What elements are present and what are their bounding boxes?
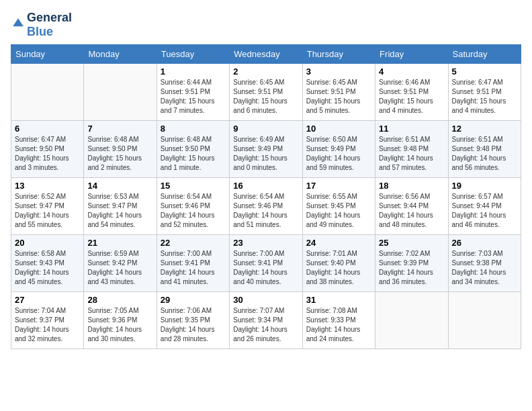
calendar-cell: 31Sunrise: 7:08 AM Sunset: 9:33 PM Dayli… (302, 292, 375, 349)
col-header-friday: Friday (375, 45, 448, 64)
day-number: 21 (87, 238, 152, 248)
day-number: 19 (452, 181, 517, 191)
day-number: 29 (161, 295, 226, 305)
day-number: 9 (233, 124, 298, 134)
calendar-cell: 16Sunrise: 6:54 AM Sunset: 9:46 PM Dayli… (230, 178, 302, 235)
calendar-week-1: 1Sunrise: 6:44 AM Sunset: 9:51 PM Daylig… (11, 64, 521, 121)
logo-icon (12, 17, 24, 30)
day-detail: Sunrise: 6:52 AM Sunset: 9:47 PM Dayligh… (15, 192, 80, 230)
day-detail: Sunrise: 6:55 AM Sunset: 9:45 PM Dayligh… (306, 192, 371, 230)
calendar-cell: 28Sunrise: 7:05 AM Sunset: 9:36 PM Dayli… (84, 292, 157, 349)
page-header: General Blue (11, 11, 521, 39)
calendar-cell (375, 292, 448, 349)
logo-line1: General (27, 11, 72, 25)
day-number: 27 (15, 295, 80, 305)
calendar-cell: 14Sunrise: 6:53 AM Sunset: 9:47 PM Dayli… (84, 178, 157, 235)
day-number: 31 (306, 295, 371, 305)
day-number: 5 (452, 66, 517, 77)
calendar-cell (84, 64, 157, 121)
day-number: 13 (15, 181, 80, 191)
day-number: 12 (452, 124, 517, 134)
calendar-cell: 29Sunrise: 7:06 AM Sunset: 9:35 PM Dayli… (157, 292, 229, 349)
calendar-cell: 18Sunrise: 6:56 AM Sunset: 9:44 PM Dayli… (375, 178, 448, 235)
day-number: 16 (233, 181, 298, 191)
day-detail: Sunrise: 6:51 AM Sunset: 9:48 PM Dayligh… (452, 135, 517, 173)
calendar-cell: 23Sunrise: 7:00 AM Sunset: 9:41 PM Dayli… (230, 235, 302, 292)
day-number: 2 (233, 66, 298, 77)
day-detail: Sunrise: 7:00 AM Sunset: 9:41 PM Dayligh… (161, 249, 226, 287)
col-header-thursday: Thursday (302, 45, 375, 64)
calendar-cell: 11Sunrise: 6:51 AM Sunset: 9:48 PM Dayli… (375, 121, 448, 178)
day-detail: Sunrise: 6:51 AM Sunset: 9:48 PM Dayligh… (379, 135, 444, 173)
col-header-sunday: Sunday (11, 45, 84, 64)
day-number: 4 (379, 66, 444, 77)
day-detail: Sunrise: 6:47 AM Sunset: 9:51 PM Dayligh… (452, 78, 517, 116)
calendar-cell: 27Sunrise: 7:04 AM Sunset: 9:37 PM Dayli… (11, 292, 84, 349)
day-detail: Sunrise: 6:47 AM Sunset: 9:50 PM Dayligh… (15, 135, 80, 173)
day-number: 1 (161, 66, 226, 77)
day-number: 25 (379, 238, 444, 248)
calendar-cell: 24Sunrise: 7:01 AM Sunset: 9:40 PM Dayli… (302, 235, 375, 292)
day-number: 23 (233, 238, 298, 248)
col-header-wednesday: Wednesday (230, 45, 302, 64)
calendar-cell: 26Sunrise: 7:03 AM Sunset: 9:38 PM Dayli… (448, 235, 521, 292)
day-number: 14 (87, 181, 152, 191)
day-number: 15 (161, 181, 226, 191)
day-number: 8 (161, 124, 226, 134)
logo: General Blue (11, 11, 72, 39)
day-detail: Sunrise: 6:59 AM Sunset: 9:42 PM Dayligh… (87, 249, 152, 287)
calendar-week-5: 27Sunrise: 7:04 AM Sunset: 9:37 PM Dayli… (11, 292, 521, 349)
day-number: 6 (15, 124, 80, 134)
day-detail: Sunrise: 6:48 AM Sunset: 9:50 PM Dayligh… (87, 135, 152, 173)
day-number: 10 (306, 124, 371, 134)
calendar-cell: 6Sunrise: 6:47 AM Sunset: 9:50 PM Daylig… (11, 121, 84, 178)
day-number: 11 (379, 124, 444, 134)
day-detail: Sunrise: 7:02 AM Sunset: 9:39 PM Dayligh… (379, 249, 444, 287)
day-number: 30 (233, 295, 298, 305)
calendar-cell: 25Sunrise: 7:02 AM Sunset: 9:39 PM Dayli… (375, 235, 448, 292)
day-detail: Sunrise: 7:05 AM Sunset: 9:36 PM Dayligh… (87, 306, 152, 344)
calendar-week-3: 13Sunrise: 6:52 AM Sunset: 9:47 PM Dayli… (11, 178, 521, 235)
calendar-cell: 19Sunrise: 6:57 AM Sunset: 9:44 PM Dayli… (448, 178, 521, 235)
day-number: 17 (306, 181, 371, 191)
calendar-cell (448, 292, 521, 349)
header-row: SundayMondayTuesdayWednesdayThursdayFrid… (11, 45, 521, 64)
calendar-cell: 8Sunrise: 6:48 AM Sunset: 9:50 PM Daylig… (157, 121, 229, 178)
day-detail: Sunrise: 7:01 AM Sunset: 9:40 PM Dayligh… (306, 249, 371, 287)
day-detail: Sunrise: 6:54 AM Sunset: 9:46 PM Dayligh… (233, 192, 298, 230)
calendar-cell: 17Sunrise: 6:55 AM Sunset: 9:45 PM Dayli… (302, 178, 375, 235)
day-detail: Sunrise: 6:49 AM Sunset: 9:49 PM Dayligh… (233, 135, 298, 173)
calendar-cell: 10Sunrise: 6:50 AM Sunset: 9:49 PM Dayli… (302, 121, 375, 178)
col-header-monday: Monday (84, 45, 157, 64)
day-detail: Sunrise: 6:58 AM Sunset: 9:43 PM Dayligh… (15, 249, 80, 287)
calendar-week-2: 6Sunrise: 6:47 AM Sunset: 9:50 PM Daylig… (11, 121, 521, 178)
calendar-cell: 13Sunrise: 6:52 AM Sunset: 9:47 PM Dayli… (11, 178, 84, 235)
calendar-cell: 12Sunrise: 6:51 AM Sunset: 9:48 PM Dayli… (448, 121, 521, 178)
col-header-tuesday: Tuesday (157, 45, 229, 64)
day-detail: Sunrise: 7:07 AM Sunset: 9:34 PM Dayligh… (233, 306, 298, 344)
calendar-cell: 30Sunrise: 7:07 AM Sunset: 9:34 PM Dayli… (230, 292, 302, 349)
calendar-table: SundayMondayTuesdayWednesdayThursdayFrid… (11, 44, 521, 349)
day-detail: Sunrise: 6:57 AM Sunset: 9:44 PM Dayligh… (452, 192, 517, 230)
day-number: 26 (452, 238, 517, 248)
day-detail: Sunrise: 6:54 AM Sunset: 9:46 PM Dayligh… (161, 192, 226, 230)
day-detail: Sunrise: 6:48 AM Sunset: 9:50 PM Dayligh… (161, 135, 226, 173)
day-number: 3 (306, 66, 371, 77)
calendar-week-4: 20Sunrise: 6:58 AM Sunset: 9:43 PM Dayli… (11, 235, 521, 292)
logo-line2: Blue (27, 25, 72, 39)
day-number: 24 (306, 238, 371, 248)
day-detail: Sunrise: 6:45 AM Sunset: 9:51 PM Dayligh… (306, 78, 371, 116)
calendar-cell (11, 64, 84, 121)
calendar-cell: 2Sunrise: 6:45 AM Sunset: 9:51 PM Daylig… (230, 64, 302, 121)
day-detail: Sunrise: 6:56 AM Sunset: 9:44 PM Dayligh… (379, 192, 444, 230)
calendar-cell: 15Sunrise: 6:54 AM Sunset: 9:46 PM Dayli… (157, 178, 229, 235)
day-detail: Sunrise: 7:08 AM Sunset: 9:33 PM Dayligh… (306, 306, 371, 344)
calendar-cell: 22Sunrise: 7:00 AM Sunset: 9:41 PM Dayli… (157, 235, 229, 292)
day-detail: Sunrise: 7:04 AM Sunset: 9:37 PM Dayligh… (15, 306, 80, 344)
calendar-cell: 3Sunrise: 6:45 AM Sunset: 9:51 PM Daylig… (302, 64, 375, 121)
day-number: 18 (379, 181, 444, 191)
calendar-cell: 21Sunrise: 6:59 AM Sunset: 9:42 PM Dayli… (84, 235, 157, 292)
calendar-cell: 1Sunrise: 6:44 AM Sunset: 9:51 PM Daylig… (157, 64, 229, 121)
calendar-cell: 7Sunrise: 6:48 AM Sunset: 9:50 PM Daylig… (84, 121, 157, 178)
svg-marker-0 (13, 18, 24, 26)
